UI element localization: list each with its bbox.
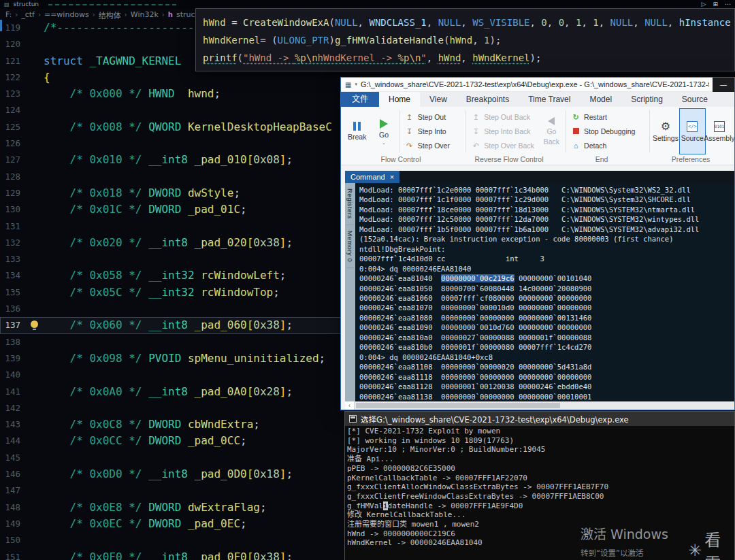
ribbon-tab-home[interactable]: Home bbox=[379, 92, 420, 107]
breadcrumb-item[interactable]: ==windows bbox=[44, 10, 89, 19]
console-line: pKernelCallbackTable -> 00007FFF1AF22070 bbox=[347, 474, 732, 483]
step-into-back-label: Step Into Back bbox=[484, 127, 530, 135]
breadcrumb-item[interactable]: 结构体 bbox=[99, 10, 121, 20]
minimize-button[interactable]: — bbox=[713, 78, 734, 92]
chevron-down-icon[interactable]: ▾ bbox=[355, 82, 357, 87]
stop-debugging-button[interactable]: Stop Debugging bbox=[571, 125, 644, 138]
code-text: /* 0x000 */ HWND hwnd; bbox=[44, 86, 220, 102]
stop-debugging-label: Stop Debugging bbox=[584, 127, 635, 135]
command-line: 00000246`eaa81090 00000000`0010d760 0000… bbox=[359, 323, 734, 332]
line-number[interactable]: 129 bbox=[0, 185, 27, 201]
scroll-left-icon[interactable]: ‹ bbox=[345, 401, 355, 410]
code-text: /* 0x0E8 */ DWORD dwExtraFlag; bbox=[44, 499, 267, 516]
step-over-button[interactable]: ↷Step Over bbox=[405, 139, 461, 152]
gutter-slot bbox=[27, 516, 44, 532]
line-number[interactable]: 135 bbox=[0, 284, 27, 301]
step-into-back-button[interactable]: ↧Step Into Back bbox=[471, 125, 536, 138]
command-output[interactable]: ModLoad: 00007fff`1c2e0000 00007fff`1c34… bbox=[355, 183, 734, 401]
horizontal-scrollbar[interactable]: ‹ bbox=[345, 401, 734, 410]
line-number[interactable]: 121 bbox=[0, 53, 27, 69]
breadcrumb-item[interactable]: F: bbox=[5, 10, 12, 19]
go-button[interactable]: Go ⌄ bbox=[370, 108, 397, 154]
line-number[interactable]: 140 bbox=[0, 367, 27, 383]
windbg-titlebar[interactable]: ▦ ▾ G:\_windows_share\CVE-2021-1732-test… bbox=[341, 78, 734, 92]
source-label: Source bbox=[681, 134, 704, 142]
step-out-back-button[interactable]: ↥Step Out Back bbox=[471, 110, 536, 124]
line-number[interactable]: 134 bbox=[0, 267, 27, 284]
line-number[interactable]: 151 bbox=[0, 549, 27, 560]
line-number[interactable]: 132 bbox=[0, 235, 27, 251]
console-line: g_fHMValidateHandle -> 00007FFF1AE9F4D0 bbox=[347, 501, 732, 511]
console-titlebar[interactable]: 选择G:\_windows_share\CVE-2021-1732-test\e… bbox=[345, 412, 734, 426]
line-number[interactable]: 137 bbox=[0, 317, 27, 333]
command-panel: Command × Registers Memory 0 ModLoad: 00… bbox=[345, 171, 734, 410]
code-text: /* 0x0D0 */ __int8 _pad_0D0[0x18]; bbox=[44, 466, 293, 482]
line-number[interactable]: 148 bbox=[0, 499, 27, 516]
kanxue-logo-text: 看雪 bbox=[704, 527, 735, 560]
command-line: ntdll!DbgBreakPoint: bbox=[359, 244, 734, 254]
step-out-button[interactable]: ↥Step Out bbox=[405, 110, 461, 124]
snippet-lines: hWnd = CreateWindowExA(NULL, WNDCLASS_1,… bbox=[203, 14, 728, 67]
line-number[interactable]: 150 bbox=[0, 532, 27, 548]
line-number[interactable]: 138 bbox=[0, 334, 27, 350]
source-button[interactable]: </> Source bbox=[679, 108, 706, 154]
tab-registers[interactable]: Registers bbox=[346, 183, 354, 225]
breadcrumb-item[interactable]: _ctf bbox=[21, 10, 35, 19]
ribbon-tab-model[interactable]: Model bbox=[580, 92, 621, 107]
ribbon-tab-file[interactable]: 文件 bbox=[341, 92, 379, 107]
line-number[interactable]: 133 bbox=[0, 251, 27, 267]
ribbon-tab-time-travel[interactable]: Time Travel bbox=[519, 92, 580, 107]
line-number[interactable]: 127 bbox=[0, 152, 27, 168]
command-line: 00000246`eaa81108 00000000`00000020 0000… bbox=[359, 362, 734, 372]
tab-command[interactable]: Command × bbox=[345, 171, 399, 183]
ribbon-group-labels: Flow Control Reverse Flow Control End Pr… bbox=[341, 154, 734, 165]
detach-button[interactable]: ⌂Detach bbox=[571, 139, 644, 152]
step-over-back-button[interactable]: ↶Step Over Back bbox=[471, 139, 536, 152]
line-number[interactable]: 130 bbox=[0, 201, 27, 218]
break-button[interactable]: Break bbox=[344, 108, 370, 154]
line-number[interactable]: 145 bbox=[0, 450, 27, 466]
line-number[interactable]: 119 bbox=[0, 20, 27, 36]
console-line: [*] CVE-2021-1732 Exploit by mowen bbox=[347, 427, 732, 436]
editor-tab-title[interactable]: structun bbox=[14, 0, 39, 9]
line-number[interactable]: 120 bbox=[0, 36, 27, 52]
close-icon[interactable]: × bbox=[390, 173, 394, 181]
line-number[interactable]: 136 bbox=[0, 301, 27, 317]
line-number[interactable]: 142 bbox=[0, 400, 27, 416]
line-number[interactable]: 124 bbox=[0, 102, 27, 118]
line-number[interactable]: 139 bbox=[0, 350, 27, 367]
reverse-step-buttons: ↥Step Out Back ↧Step Into Back ↶Step Ove… bbox=[468, 108, 539, 154]
line-number[interactable]: 149 bbox=[0, 516, 27, 532]
ribbon-tab-view[interactable]: View bbox=[420, 92, 457, 107]
command-line: 00000246`eaa81080 00000000`00000000 0000… bbox=[359, 313, 734, 323]
assembly-button[interactable]: 0101 Assembly bbox=[706, 108, 733, 154]
line-number[interactable]: 125 bbox=[0, 119, 27, 135]
go-back-button[interactable]: Go Back bbox=[540, 108, 564, 154]
ribbon-tab-source[interactable]: Source bbox=[672, 92, 717, 107]
scrollbar-thumb[interactable] bbox=[356, 403, 560, 408]
restart-button[interactable]: ↻Restart bbox=[571, 110, 644, 124]
line-number[interactable]: 146 bbox=[0, 466, 27, 482]
line-number[interactable]: 128 bbox=[0, 169, 27, 185]
toolbar-separator bbox=[466, 110, 466, 152]
breadcrumb-separator: › bbox=[162, 11, 165, 18]
watermark-line2: 转到“设置”以激活 Windows。 bbox=[581, 547, 679, 560]
line-number[interactable]: 131 bbox=[0, 218, 27, 235]
gutter-slot bbox=[27, 532, 44, 548]
lightbulb-icon[interactable] bbox=[31, 320, 38, 328]
line-number[interactable]: 147 bbox=[0, 482, 27, 499]
ribbon-tab-breakpoints[interactable]: Breakpoints bbox=[457, 92, 519, 107]
breadcrumb-item[interactable]: Win32k bbox=[131, 10, 159, 19]
ribbon-tab-scripting[interactable]: Scripting bbox=[621, 92, 672, 107]
line-number[interactable]: 123 bbox=[0, 86, 27, 102]
step-into-button[interactable]: ↧Step Into bbox=[405, 125, 461, 138]
line-number[interactable]: 143 bbox=[0, 416, 27, 433]
list-icon: ▤ bbox=[4, 0, 10, 9]
settings-button[interactable]: ⚙ Settings bbox=[652, 108, 679, 154]
line-number[interactable]: 144 bbox=[0, 433, 27, 449]
line-number[interactable]: 122 bbox=[0, 69, 27, 86]
line-number[interactable]: 141 bbox=[0, 384, 27, 400]
code-text: /* 0x060 */ __int8 _pad_060[0x38]; bbox=[44, 317, 293, 333]
line-number[interactable]: 126 bbox=[0, 135, 27, 152]
tab-memory-0[interactable]: Memory 0 bbox=[346, 225, 354, 268]
